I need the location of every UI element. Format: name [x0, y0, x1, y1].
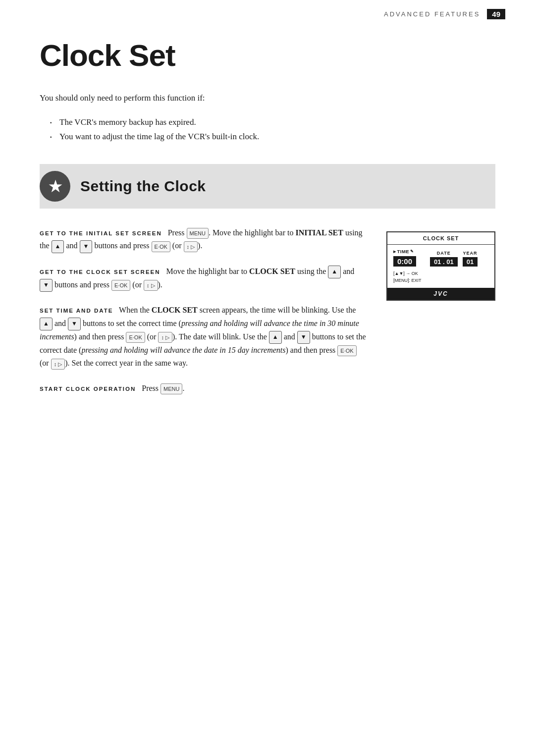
screen-diagram: CLOCK SET ▸ TIME ✎ 0:00 [386, 231, 495, 301]
menu-button-icon: MENU [187, 228, 209, 239]
down-arrow-icon-4: ▼ [297, 331, 310, 344]
section-title: Setting the Clock [80, 178, 206, 195]
time-label: ▸ TIME ✎ [393, 249, 416, 254]
eok-button-icon-3: E·OK [126, 332, 145, 343]
main-content: Clock Set You should only need to perfor… [0, 24, 535, 436]
page-header: ADVANCED FEATURES 49 [0, 0, 535, 24]
eok-button-icon: E·OK [152, 241, 170, 252]
jog-icon-3: ↕ ▷ [158, 332, 172, 343]
up-arrow-icon-2: ▲ [328, 266, 341, 278]
controls-line-1: [▲▼] → OK [393, 270, 488, 277]
screen-title: CLOCK SET [387, 232, 494, 245]
year-label: YEAR [463, 251, 478, 256]
eok-button-icon-2: E·OK [111, 280, 130, 291]
screen-controls: [▲▼] → OK [MENU]: EXIT [393, 270, 488, 284]
instructions-text: GET TO THE INITIAL SET SCREEN Press MENU… [40, 226, 367, 407]
jog-icon-1: ↕ ▷ [184, 241, 198, 252]
jog-icon-4: ↕ ▷ [51, 359, 65, 370]
page: ADVANCED FEATURES 49 Clock Set You shoul… [0, 0, 535, 756]
up-arrow-icon-3: ▲ [40, 318, 53, 330]
instruction-initial-set: GET TO THE INITIAL SET SCREEN Press MENU… [40, 226, 367, 253]
up-arrow-icon: ▲ [52, 240, 64, 253]
screen-year-section: YEAR 01 [463, 251, 478, 267]
jog-icon-2: ↕ ▷ [144, 280, 158, 291]
year-value: 01 [463, 257, 478, 267]
date-value: 01 . 01 [430, 257, 458, 267]
screen-brand: JVC [387, 288, 494, 300]
down-arrow-icon: ▼ [80, 240, 93, 253]
bullet-list: The VCR's memory backup has expired. You… [40, 115, 495, 144]
up-arrow-icon-4: ▲ [269, 331, 282, 344]
date-label: DATE [437, 251, 451, 256]
list-item: You want to adjust the time lag of the V… [50, 130, 495, 144]
screen-date-year-section: DATE 01 . 01 YEAR 01 [419, 251, 488, 267]
controls-line-2: [MENU]: EXIT [393, 277, 488, 284]
menu-button-icon-2: MENU [160, 383, 182, 394]
instruction-label-start-clock: START CLOCK OPERATION [40, 386, 136, 392]
instruction-set-time-date: SET TIME AND DATE When the CLOCK SET scr… [40, 304, 367, 370]
screen-time-section: ▸ TIME ✎ 0:00 [393, 249, 416, 267]
instructions-container: GET TO THE INITIAL SET SCREEN Press MENU… [40, 226, 495, 407]
screen-body: ▸ TIME ✎ 0:00 DATE 01 . 01 [387, 245, 494, 288]
instruction-clock-set: GET TO THE CLOCK SET SCREEN Move the hig… [40, 265, 367, 292]
screen-date-section: DATE 01 . 01 [430, 251, 458, 267]
page-number: 49 [487, 9, 505, 19]
section-banner: ★ Setting the Clock [40, 164, 495, 209]
eok-button-icon-4: E·OK [337, 345, 356, 356]
intro-text: You should only need to perform this fun… [40, 91, 495, 105]
star-icon: ★ [40, 171, 70, 202]
time-value: 0:00 [393, 256, 416, 267]
instruction-label-set-time-date: SET TIME AND DATE [40, 308, 113, 314]
down-arrow-icon-2: ▼ [40, 279, 53, 292]
down-arrow-icon-3: ▼ [68, 318, 81, 330]
page-title: Clock Set [40, 39, 495, 71]
instruction-label-clock-set: GET TO THE CLOCK SET SCREEN [40, 269, 160, 275]
instruction-start-clock: START CLOCK OPERATION Press MENU. [40, 382, 367, 395]
list-item: The VCR's memory backup has expired. [50, 115, 495, 130]
instruction-label-initial-set: GET TO THE INITIAL SET SCREEN [40, 230, 162, 236]
section-label: ADVANCED FEATURES [384, 10, 480, 18]
